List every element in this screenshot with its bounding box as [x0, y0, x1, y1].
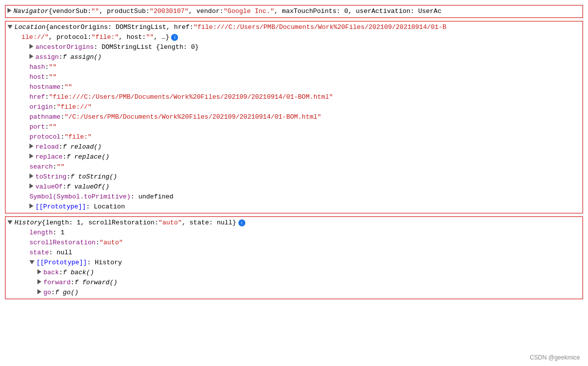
- reload-expand[interactable]: [29, 144, 33, 149]
- history-length-colon: : 1: [53, 228, 64, 237]
- location-port: port : "": [7, 122, 581, 132]
- history-prototype-expand[interactable]: [29, 260, 34, 264]
- replace-val: f replace(): [66, 153, 109, 162]
- location-rest: , protocol:: [49, 33, 92, 42]
- port-colon: :: [45, 123, 49, 132]
- history-length: length : 1: [7, 228, 581, 238]
- tostring-expand[interactable]: [29, 174, 33, 179]
- navigator-vendor: "Google Inc.": [223, 7, 274, 16]
- location-info-icon[interactable]: i: [171, 34, 178, 41]
- reload-val: f reload(): [63, 143, 102, 152]
- protocol-val: "file:": [64, 133, 92, 142]
- location-origin: origin : "file://": [7, 102, 581, 112]
- hash-colon: :: [45, 63, 49, 72]
- location-protocol-val: "file:": [91, 33, 119, 42]
- history-prototype-key: [[Prototype]]: [36, 258, 87, 267]
- location-prototype[interactable]: [[Prototype]] : Location: [7, 202, 581, 212]
- go-expand[interactable]: [37, 289, 41, 294]
- assign-key: assign: [35, 53, 59, 62]
- location-assign[interactable]: assign : f assign(): [7, 52, 581, 62]
- href-val: "file:///C:/Users/PMB/Documents/Work%20F…: [49, 93, 333, 102]
- ancestorOrigins-key: ancestorOrigins: [35, 43, 94, 52]
- navigator-label: Navigator: [13, 7, 48, 16]
- back-expand[interactable]: [37, 269, 41, 274]
- location-pathname: pathname : "/C:/Users/PMB/Documents/Work…: [7, 112, 581, 122]
- hostname-val: "": [64, 83, 72, 92]
- history-prototype[interactable]: [[Prototype]] : History: [7, 258, 581, 268]
- valueof-key: valueOf: [35, 183, 63, 191]
- location-tostring[interactable]: toString : f toString(): [7, 172, 581, 182]
- host-val: "": [49, 73, 57, 82]
- location-host: host : "": [7, 72, 581, 82]
- location-host-val: "": [146, 33, 154, 42]
- origin-val: "file://": [57, 103, 92, 112]
- reload-key: reload: [35, 143, 59, 152]
- location-prototype-expand[interactable]: [29, 203, 33, 208]
- location-section: Location {ancestorOrigins: DOMStringList…: [5, 21, 583, 213]
- history-info-icon[interactable]: i: [238, 219, 245, 226]
- navigator-row[interactable]: Navigator {vendorSub: "" , productSub: "…: [7, 6, 581, 16]
- location-valueof[interactable]: valueOf : f valueOf(): [7, 182, 581, 192]
- history-header[interactable]: History {length: 1, scrollRestoration: "…: [7, 218, 581, 228]
- state-colon: : null: [49, 248, 72, 257]
- hostname-key: hostname: [29, 83, 60, 92]
- location-href-truncated: "file:///C:/Users/PMB/Documents/Work%20F…: [194, 23, 446, 32]
- forward-colon: :: [71, 278, 75, 287]
- history-go[interactable]: go : f go(): [7, 288, 581, 298]
- replace-expand[interactable]: [29, 154, 33, 159]
- location-href-cont: ile://": [21, 33, 49, 42]
- assign-val: f assign(): [63, 53, 102, 62]
- scrollrestoration-key: scrollRestoration: [29, 238, 96, 247]
- origin-colon: :: [53, 103, 57, 112]
- search-key: search: [29, 163, 53, 172]
- forward-expand[interactable]: [37, 279, 41, 284]
- tostring-key: toString: [35, 173, 66, 182]
- location-hostname: hostname : "": [7, 82, 581, 92]
- assign-expand[interactable]: [29, 54, 33, 59]
- host-colon: :: [45, 73, 49, 82]
- scrollrestoration-colon: :: [96, 238, 100, 247]
- navigator-comma2: , vendor:: [189, 7, 223, 16]
- history-forward[interactable]: forward : f forward(): [7, 278, 581, 288]
- history-length-key: length: [29, 228, 53, 237]
- location-host-etc: , host:: [119, 33, 146, 42]
- history-expand-icon[interactable]: [7, 220, 12, 224]
- valueof-expand[interactable]: [29, 183, 33, 188]
- port-val: "": [49, 123, 57, 132]
- href-key: href: [29, 93, 45, 102]
- location-header-line1[interactable]: Location {ancestorOrigins: DOMStringList…: [7, 22, 581, 32]
- hash-key: hash: [29, 63, 45, 72]
- hash-val: "": [49, 63, 57, 72]
- location-symbol: Symbol(Symbol.toPrimitive) : undefined: [7, 192, 581, 202]
- pathname-colon: :: [60, 113, 64, 122]
- search-colon: :: [53, 163, 57, 172]
- location-ancestorOrigins[interactable]: ancestorOrigins : DOMStringList {length:…: [7, 42, 581, 52]
- reload-colon: :: [59, 143, 63, 152]
- ancestorOrigins-colon: : DOMStringList {length: 0}: [94, 43, 199, 52]
- history-section: History {length: 1, scrollRestoration: "…: [5, 216, 583, 299]
- location-reload[interactable]: reload : f reload(): [7, 142, 581, 152]
- navigator-expand-icon[interactable]: [7, 8, 11, 13]
- location-replace[interactable]: replace : f replace(): [7, 152, 581, 162]
- location-expand-icon[interactable]: [7, 25, 12, 29]
- scrollrestoration-val: "auto": [99, 238, 123, 247]
- ancestorOrigins-expand[interactable]: [29, 44, 33, 49]
- location-label: Location: [14, 23, 45, 32]
- location-brace-open: {ancestorOrigins: DOMStringList, href:: [45, 23, 193, 32]
- history-state-label: , state: null}: [182, 218, 236, 227]
- location-protocol: protocol : "file:": [7, 132, 581, 142]
- location-hash: hash : "": [7, 62, 581, 72]
- hostname-colon: :: [60, 83, 64, 92]
- symbol-colon: : undefined: [131, 192, 174, 201]
- protocol-colon: :: [60, 133, 64, 142]
- back-val: f back(): [63, 268, 94, 277]
- go-val: f go(): [55, 288, 78, 297]
- history-scrollrestoration: "auto": [159, 218, 182, 227]
- search-val: "": [57, 163, 65, 172]
- origin-key: origin: [29, 103, 53, 112]
- replace-colon: :: [63, 153, 67, 162]
- history-back[interactable]: back : f back(): [7, 268, 581, 278]
- state-key: state: [29, 248, 49, 257]
- navigator-open-brace: {vendorSub:: [48, 7, 91, 16]
- symbol-key: Symbol(Symbol.toPrimitive): [29, 192, 131, 201]
